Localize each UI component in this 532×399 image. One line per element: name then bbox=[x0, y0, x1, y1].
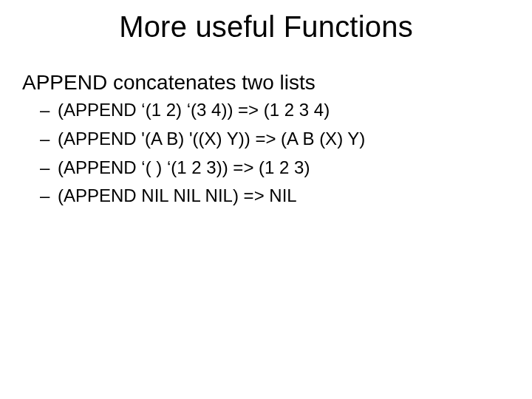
bullet-list: (APPEND ‘(1 2) ‘(3 4)) => (1 2 3 4) (APP… bbox=[22, 98, 510, 209]
lead-text: APPEND concatenates two lists bbox=[22, 71, 510, 95]
list-item: (APPEND ‘(1 2) ‘(3 4)) => (1 2 3 4) bbox=[58, 98, 510, 123]
slide-body: APPEND concatenates two lists (APPEND ‘(… bbox=[22, 71, 510, 212]
slide-title: More useful Functions bbox=[0, 10, 532, 44]
list-item: (APPEND '(A B) '((X) Y)) => (A B (X) Y) bbox=[58, 126, 510, 152]
slide: More useful Functions APPEND concatenate… bbox=[0, 0, 532, 399]
list-item: (APPEND NIL NIL NIL) => NIL bbox=[58, 183, 510, 209]
list-item: (APPEND ‘( ) ‘(1 2 3)) => (1 2 3) bbox=[58, 155, 510, 181]
